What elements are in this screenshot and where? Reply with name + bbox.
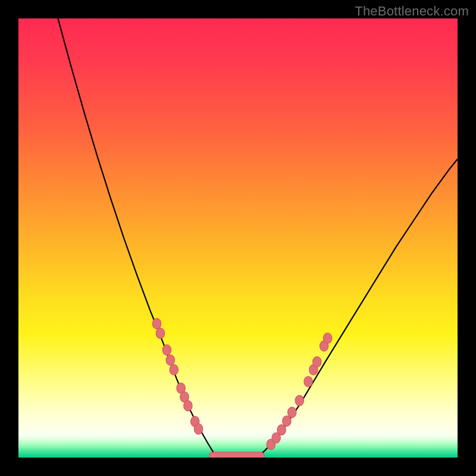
watermark-text: TheBottleneck.com bbox=[355, 4, 469, 19]
data-marker bbox=[283, 416, 291, 427]
data-marker bbox=[184, 400, 192, 411]
data-marker bbox=[194, 424, 202, 434]
data-marker bbox=[304, 377, 312, 387]
data-marker bbox=[166, 355, 174, 365]
data-marker bbox=[323, 333, 331, 344]
data-marker bbox=[156, 328, 164, 339]
data-marker bbox=[277, 425, 286, 436]
data-marker bbox=[152, 318, 161, 329]
marker-cluster-left bbox=[152, 318, 203, 434]
plot-area bbox=[18, 18, 458, 458]
data-marker bbox=[162, 345, 171, 355]
chart-frame: TheBottleneck.com bbox=[0, 0, 476, 476]
data-marker bbox=[170, 365, 178, 375]
data-marker bbox=[313, 356, 321, 367]
data-marker bbox=[295, 395, 303, 406]
data-marker bbox=[288, 407, 296, 418]
marker-floor-band bbox=[209, 452, 264, 458]
marker-cluster-right bbox=[267, 333, 332, 450]
curve-left-branch bbox=[58, 18, 214, 453]
chart-svg bbox=[18, 18, 458, 458]
